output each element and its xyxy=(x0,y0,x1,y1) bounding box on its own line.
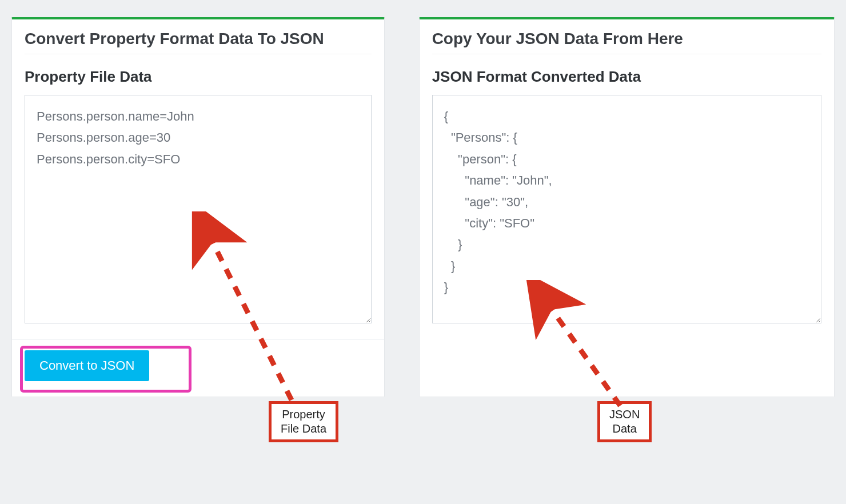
annotation-property-file-data: Property File Data xyxy=(269,401,338,442)
output-card: Copy Your JSON Data From Here JSON Forma… xyxy=(419,17,835,397)
convert-to-json-button[interactable]: Convert to JSON xyxy=(25,350,149,381)
output-card-header: Copy Your JSON Data From Here xyxy=(420,19,834,62)
output-card-title: Copy Your JSON Data From Here xyxy=(432,30,821,54)
annotation-right-text: JSON Data xyxy=(609,408,640,435)
output-card-body: JSON Format Converted Data xyxy=(420,62,834,339)
annotation-json-data: JSON Data xyxy=(597,401,652,442)
input-card-title: Convert Property Format Data To JSON xyxy=(25,30,372,54)
property-data-textarea[interactable] xyxy=(25,95,372,323)
input-card: Convert Property Format Data To JSON Pro… xyxy=(11,17,385,397)
input-section-title: Property File Data xyxy=(25,68,372,86)
json-output-textarea[interactable] xyxy=(432,95,821,323)
main-container: Convert Property Format Data To JSON Pro… xyxy=(11,17,835,397)
annotation-left-text: Property File Data xyxy=(281,408,326,435)
input-card-footer: Convert to JSON xyxy=(12,339,384,397)
input-card-body: Property File Data xyxy=(12,62,384,339)
input-card-header: Convert Property Format Data To JSON xyxy=(12,19,384,62)
output-section-title: JSON Format Converted Data xyxy=(432,68,821,86)
